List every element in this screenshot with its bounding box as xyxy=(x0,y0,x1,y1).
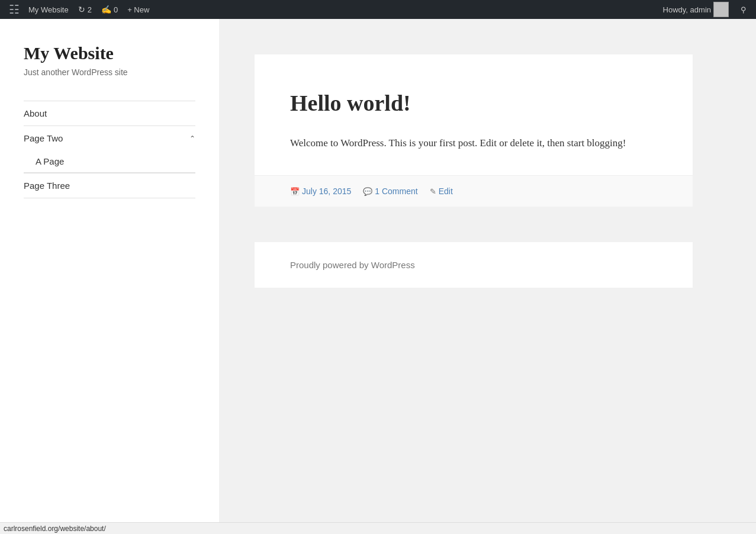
admin-bar-left: ☷ My Website ↻ 2 ✍ 0 + New xyxy=(5,0,658,19)
nav-item-a-page[interactable]: A Page xyxy=(24,150,195,173)
nav-item-page-two[interactable]: Page Two ⌃ xyxy=(24,126,195,150)
post-date-meta: 📅 July 16, 2015 xyxy=(290,186,351,196)
calendar-icon: 📅 xyxy=(290,187,300,196)
admin-avatar xyxy=(713,2,729,17)
site-footer: Proudly powered by WordPress xyxy=(255,242,693,288)
post-date[interactable]: July 16, 2015 xyxy=(302,186,351,196)
search-button[interactable]: ⚲ xyxy=(736,0,751,19)
site-title[interactable]: My Website xyxy=(24,43,195,64)
admin-bar-updates[interactable]: ↻ 2 xyxy=(73,0,96,19)
admin-bar-site-name[interactable]: My Website xyxy=(24,0,73,19)
nav-item-a-page-label: A Page xyxy=(36,156,64,166)
updates-icon: ↻ xyxy=(78,5,85,14)
admin-bar-right: Howdy, admin ⚲ xyxy=(658,0,751,19)
howdy-text: Howdy, admin xyxy=(663,5,711,14)
footer-text: Proudly powered by WordPress xyxy=(290,260,415,270)
post-comments[interactable]: 1 Comment xyxy=(375,186,417,196)
post-edit-meta: ✎ Edit xyxy=(430,186,453,196)
nav-item-about[interactable]: About xyxy=(24,101,195,126)
post-title: Hello world! xyxy=(290,90,657,117)
sidebar-nav: About Page Two ⌃ A Page Page Three xyxy=(24,101,195,198)
status-bar: carlrosenfield.org/website/about/ xyxy=(0,522,756,534)
comments-icon: ✍ xyxy=(101,5,111,14)
page-wrapper: My Website Just another WordPress site A… xyxy=(0,19,756,534)
comment-icon: 💬 xyxy=(363,187,372,196)
nav-item-page-three[interactable]: Page Three xyxy=(24,173,195,198)
nav-item-page-two-label: Page Two xyxy=(24,133,63,143)
post-edit-link[interactable]: Edit xyxy=(439,186,453,196)
sidebar: My Website Just another WordPress site A… xyxy=(0,19,219,534)
site-tagline: Just another WordPress site xyxy=(24,67,195,77)
new-label: + New xyxy=(127,5,149,14)
post-card: Hello world! Welcome to WordPress. This … xyxy=(255,54,693,207)
main-content: Hello world! Welcome to WordPress. This … xyxy=(219,19,756,534)
edit-icon: ✎ xyxy=(430,187,436,196)
admin-bar-comments[interactable]: ✍ 0 xyxy=(96,0,123,19)
admin-bar: ☷ My Website ↻ 2 ✍ 0 + New Howdy, admin … xyxy=(0,0,756,19)
post-comments-meta: 💬 1 Comment xyxy=(363,186,417,196)
post-footer: 📅 July 16, 2015 💬 1 Comment ✎ Edit xyxy=(255,175,693,207)
comments-count: 0 xyxy=(114,5,118,14)
post-content: Welcome to WordPress. This is your first… xyxy=(290,135,657,152)
admin-bar-new[interactable]: + New xyxy=(123,0,154,19)
admin-bar-howdy[interactable]: Howdy, admin xyxy=(658,0,734,19)
post-body: Hello world! Welcome to WordPress. This … xyxy=(255,54,693,175)
site-name-label: My Website xyxy=(28,5,69,14)
status-url: carlrosenfield.org/website/about/ xyxy=(4,525,106,533)
chevron-up-icon: ⌃ xyxy=(189,134,195,143)
updates-count: 2 xyxy=(88,5,92,14)
nav-item-about-label: About xyxy=(24,108,47,118)
search-icon: ⚲ xyxy=(741,5,747,14)
nav-item-page-three-label: Page Three xyxy=(24,181,70,191)
wp-logo[interactable]: ☷ xyxy=(5,0,24,19)
